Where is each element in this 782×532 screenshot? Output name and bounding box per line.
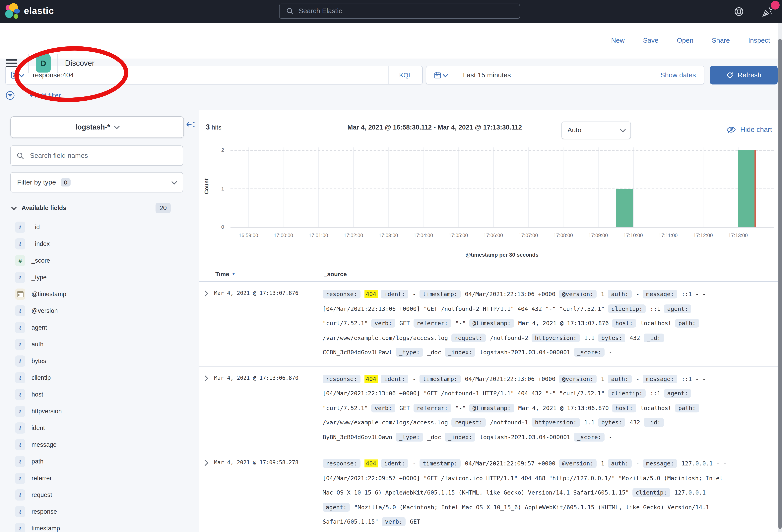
highlighted-value: 404 (365, 459, 378, 467)
grid-line (633, 147, 634, 227)
field-item-_type[interactable]: t_type (0, 269, 200, 286)
field-item-ident[interactable]: tident (0, 420, 200, 436)
source-field-name: bytes: (598, 418, 626, 427)
interval-select[interactable]: Auto (562, 121, 631, 139)
global-header: elastic Search Elastic (0, 0, 782, 23)
grid-line (230, 150, 774, 151)
source-field-name: timestamp: (420, 290, 461, 299)
field-item-host[interactable]: thost (0, 386, 200, 403)
add-filter-link[interactable]: + Add filter (30, 92, 61, 99)
newsfeed-icon[interactable] (762, 6, 772, 17)
x-tick-label: 17:00:00 (265, 233, 301, 238)
x-tick-label: 17:04:00 (405, 233, 441, 238)
nav-link-open[interactable]: Open (677, 37, 693, 45)
field-item-httpversion[interactable]: thttpversion (0, 403, 200, 420)
sort-descending-icon[interactable]: ▼ (232, 272, 236, 276)
elastic-logo-icon[interactable] (5, 3, 21, 19)
field-item-request[interactable]: trequest (0, 487, 200, 503)
source-field-name: _id: (644, 333, 664, 342)
field-type-icon: t (15, 222, 25, 233)
add-filter-row: — + Add filter (5, 90, 61, 101)
source-field-name: verb: (371, 404, 395, 412)
field-item-_id[interactable]: t_id (0, 219, 200, 235)
chevron-down-icon (114, 123, 120, 129)
index-pattern-select[interactable]: logstash-* (10, 116, 184, 138)
field-item-bytes[interactable]: tbytes (0, 353, 200, 370)
filter-by-type-select[interactable]: Filter by type 0 (10, 172, 183, 192)
field-item-@timestamp[interactable]: @timestamp (0, 286, 200, 302)
collapse-sidebar-icon[interactable] (186, 120, 196, 129)
time-column-header[interactable]: Time ▼ (214, 270, 324, 277)
expand-row-icon[interactable] (202, 460, 208, 466)
global-search-input[interactable]: Search Elastic (279, 4, 520, 19)
source-field-name: verb: (382, 517, 405, 526)
expand-row-icon[interactable] (202, 375, 208, 381)
field-item-_score[interactable]: #_score (0, 252, 200, 269)
chevron-down-icon (442, 72, 448, 77)
saved-query-menu-button[interactable] (6, 66, 28, 84)
field-type-icon: t (15, 372, 25, 383)
field-type-icon: t (15, 523, 25, 532)
available-fields-label: Available fields (22, 204, 66, 212)
field-name: @timestamp (32, 291, 66, 298)
field-item-auth[interactable]: tauth (0, 336, 200, 353)
source-column-header: _source (324, 270, 347, 277)
calendar-menu-button[interactable] (426, 66, 455, 84)
field-name: _type (32, 274, 47, 281)
refresh-button[interactable]: Refresh (710, 66, 778, 84)
histogram-bar[interactable] (738, 150, 755, 227)
field-name: request (32, 491, 52, 498)
field-item-_index[interactable]: t_index (0, 235, 200, 252)
kql-button[interactable]: KQL (388, 66, 422, 84)
source-field-name: host: (612, 404, 636, 412)
date-picker[interactable]: Last 15 minutes Show dates (426, 66, 704, 84)
hits-label: hits (212, 124, 221, 131)
expand-cell (200, 372, 214, 444)
field-name: referrer (32, 474, 52, 482)
grid-line (318, 147, 319, 227)
divider (28, 54, 29, 73)
filter-icon[interactable] (5, 90, 15, 101)
field-name: timestamp (32, 525, 60, 532)
query-input[interactable]: response:404 KQL (5, 66, 423, 84)
nav-link-share[interactable]: Share (712, 37, 730, 45)
field-item-clientip[interactable]: tclientip (0, 370, 200, 386)
discover-app-badge[interactable]: D (36, 54, 51, 73)
nav-link-new[interactable]: New (611, 37, 625, 45)
calendar-icon (17, 291, 23, 297)
grid-line (703, 147, 704, 227)
y-tick-label: 2 (204, 147, 224, 153)
field-item-response[interactable]: tresponse (0, 503, 200, 520)
highlighted-value: 404 (365, 290, 378, 298)
grid-line (598, 147, 599, 227)
source-field-name: agent: (664, 389, 691, 398)
source-field-name: message: (643, 290, 677, 299)
field-item-@version[interactable]: t@version (0, 302, 200, 319)
field-item-timestamp[interactable]: ttimestamp (0, 520, 200, 532)
table-row: Mar 4, 2021 @ 17:13:07.876response: 404 … (200, 282, 778, 367)
chevron-down-icon (11, 204, 17, 210)
source-field-name: bytes: (598, 333, 626, 342)
menu-icon[interactable] (6, 59, 17, 67)
nav-link-save[interactable]: Save (643, 37, 659, 45)
field-item-path[interactable]: tpath (0, 453, 200, 470)
field-item-message[interactable]: tmessage (0, 436, 200, 453)
source-field-name: _score: (574, 348, 604, 357)
histogram-bar[interactable] (616, 189, 633, 227)
nav-link-inspect[interactable]: Inspect (748, 37, 770, 45)
field-item-referrer[interactable]: treferrer (0, 470, 200, 487)
expand-row-icon[interactable] (202, 290, 208, 297)
page-scrollbar[interactable] (778, 23, 782, 532)
source-field-name: referrer: (413, 404, 451, 412)
show-dates-link[interactable]: Show dates (661, 66, 696, 84)
help-icon[interactable] (734, 6, 744, 17)
source-field-name: clientip: (633, 488, 670, 497)
doc-table-body: Mar 4, 2021 @ 17:13:07.876response: 404 … (200, 282, 778, 532)
grid-line (353, 147, 354, 227)
field-search-input[interactable]: Search field names (10, 146, 183, 166)
scrollbar-thumb[interactable] (778, 39, 781, 529)
field-item-agent[interactable]: tagent (0, 319, 200, 336)
field-name: _index (32, 240, 50, 248)
available-fields-header[interactable]: Available fields 20 (12, 203, 183, 213)
hide-chart-link[interactable]: Hide chart (726, 125, 772, 135)
